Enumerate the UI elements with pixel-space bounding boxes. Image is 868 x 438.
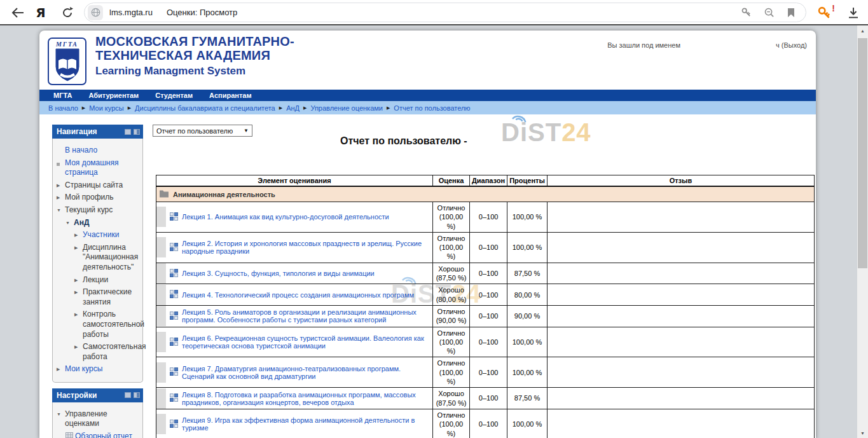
site-header: МГТА МОСКОВСКАЯ ГУМАНИТАРНО- ТЕХНИЧЕСКАЯ… xyxy=(39,31,816,90)
sidebar-item[interactable]: ▶Дисциплина "Анимационная деятельность" xyxy=(57,243,140,273)
grade-row: Лекция 9. Игра как эффективная форма ани… xyxy=(156,409,815,438)
grade-row: Лекция 7. Драматургия анимационно-театра… xyxy=(156,357,815,388)
grade-item-link[interactable]: Лекция 8. Подготовка и разработка анимац… xyxy=(182,391,429,406)
collapse-block-icon[interactable] xyxy=(125,129,131,135)
category-row: Анимационная деятельность xyxy=(156,186,815,202)
column-header: Оценка xyxy=(433,175,470,187)
sidebar-item[interactable]: ▼АнД xyxy=(57,218,140,228)
breadcrumb-item[interactable]: В начало xyxy=(48,104,78,112)
navbar-item[interactable]: Аспирантам xyxy=(209,92,251,99)
lesson-icon xyxy=(170,311,178,321)
navbar-item[interactable]: Абитуриентам xyxy=(88,92,139,99)
indent-cell xyxy=(156,285,166,305)
grade-item-link[interactable]: Лекция 6. Рекреационная сущность туристс… xyxy=(182,334,429,350)
tree-bullet-icon xyxy=(57,158,65,166)
refresh-icon[interactable] xyxy=(60,5,75,20)
tree-collapsed-icon: ▶ xyxy=(57,181,65,188)
sidebar-item[interactable]: ▼Управление оценками xyxy=(57,409,140,429)
sidebar-item[interactable]: ▶Лекции xyxy=(57,275,140,285)
grade-item-link[interactable]: Лекция 2. История и хронология массовых … xyxy=(182,240,429,255)
grade-cell: Хорошо(87,50 %) xyxy=(433,263,470,284)
scrollbar-thumb[interactable] xyxy=(858,38,867,268)
grade-item-link[interactable]: Лекция 9. Игра как эффективная форма ани… xyxy=(182,416,429,432)
report-type-select[interactable]: Отчет по пользователю▼ xyxy=(153,125,252,137)
navbar-item[interactable]: Студентам xyxy=(155,92,193,99)
sidebar-item[interactable]: Обзорный отчет xyxy=(57,432,140,438)
settings-block-header: Настройки xyxy=(52,388,143,402)
sidebar-item[interactable]: ▶Контроль самостоятельной работы xyxy=(57,310,140,339)
dock-block-icon[interactable] xyxy=(134,392,140,398)
sidebar-item-label: Текущий курс xyxy=(65,205,113,216)
breadcrumb-separator-icon: ▶ xyxy=(128,106,131,111)
sidebar-item[interactable]: ▶Самостоятельная работа xyxy=(57,342,140,362)
grade-cell: Отлично(100,00 %) xyxy=(433,409,470,438)
sidebar-item[interactable]: ▶Страницы сайта xyxy=(57,181,140,191)
breadcrumb-item[interactable]: Отчет по пользователю xyxy=(394,104,470,112)
download-icon[interactable] xyxy=(848,7,859,19)
sidebar-item[interactable]: Моя домашняя страница xyxy=(57,158,140,178)
percent-cell: 100,00 % xyxy=(507,409,548,438)
yandex-browser-icon[interactable]: Я xyxy=(33,5,48,20)
url-text[interactable]: lms.mgta.ru xyxy=(109,8,153,17)
grade-cell: Отлично(100,00 %) xyxy=(433,232,470,263)
breadcrumb-separator-icon: ▶ xyxy=(279,106,282,111)
grade-report-table: Элемент оцениванияОценкаДиапазонПроценты… xyxy=(156,175,815,438)
back-icon[interactable] xyxy=(10,5,25,20)
scroll-down-icon[interactable]: ▼ xyxy=(857,428,868,438)
grade-item-link[interactable]: Лекция 7. Драматургия анимационно-театра… xyxy=(182,365,429,380)
table-header-row: Элемент оцениванияОценкаДиапазонПроценты… xyxy=(156,175,815,187)
page-background: МГТА МОСКОВСКАЯ ГУМАНИТАРНО- ТЕХНИЧЕСКАЯ… xyxy=(0,25,868,438)
grade-item-link[interactable]: Лекция 4. Технологический процесс создан… xyxy=(182,291,414,299)
grade-row: Лекция 4. Технологический процесс создан… xyxy=(156,284,815,306)
feedback-cell xyxy=(547,357,814,388)
scroll-up-icon[interactable]: ▲ xyxy=(857,25,868,36)
percent-cell: 90,00 % xyxy=(507,305,548,327)
site-card: МГТА МОСКОВСКАЯ ГУМАНИТАРНО- ТЕХНИЧЕСКАЯ… xyxy=(39,31,816,438)
grade-item-link[interactable]: Лекция 5. Роль аниматоров в организации … xyxy=(182,308,429,324)
tree-spacer xyxy=(57,146,65,147)
sidebar-item[interactable]: ▶Мои курсы xyxy=(57,364,140,374)
lesson-icon xyxy=(170,338,178,347)
tree-collapsed-icon: ▶ xyxy=(74,310,83,317)
tree-expanded-icon: ▼ xyxy=(57,205,65,213)
grade-item-link[interactable]: Лекция 1. Анимация как вид культурно-дос… xyxy=(182,213,389,221)
sidebar-item[interactable]: ▶Участники xyxy=(57,230,140,240)
collapse-block-icon[interactable] xyxy=(125,392,131,398)
breadcrumb-item[interactable]: Управление оценками xyxy=(310,104,383,112)
sidebar-item-label: Моя домашняя страница xyxy=(65,158,140,178)
lesson-icon xyxy=(170,394,178,403)
sidebar-item[interactable]: ▶Практические занятия xyxy=(57,287,140,307)
percent-cell: 100,00 % xyxy=(507,202,548,233)
sidebar-item-label: Обзорный отчет xyxy=(75,432,132,438)
password-alert-icon[interactable]: ! xyxy=(817,6,831,20)
range-cell: 0–100 xyxy=(470,327,507,357)
navbar-item[interactable]: МГТА xyxy=(53,92,72,99)
sidebar-item[interactable]: В начало xyxy=(57,146,140,156)
sidebar-item-label: АнД xyxy=(74,218,89,228)
breadcrumb-item[interactable]: Дисциплины бакалавриата и специалитета xyxy=(135,104,275,112)
column-header: Диапазон xyxy=(470,175,507,187)
tree-collapsed-icon: ▶ xyxy=(74,275,83,283)
sidebar-item[interactable]: ▼Текущий курс xyxy=(57,205,140,216)
password-key-icon[interactable] xyxy=(741,7,752,18)
grade-row: Лекция 2. История и хронология массовых … xyxy=(156,232,815,263)
lesson-icon xyxy=(170,243,178,252)
grade-row: Лекция 6. Рекреационная сущность туристс… xyxy=(156,327,815,357)
grade-item-link[interactable]: Лекция 3. Сущность, функция, типология и… xyxy=(182,270,375,277)
dock-block-icon[interactable] xyxy=(134,129,140,135)
breadcrumb-item[interactable]: Мои курсы xyxy=(89,104,123,112)
address-bar[interactable]: lms.mgta.ru Оценки: Просмотр xyxy=(84,3,806,22)
search-page-icon[interactable] xyxy=(764,7,775,18)
logout-link[interactable]: ч (Выход) xyxy=(776,41,807,49)
lesson-icon xyxy=(170,290,178,299)
percent-cell: 87,50 % xyxy=(507,263,548,284)
vertical-scrollbar[interactable]: ▲ ▼ xyxy=(857,25,868,438)
bookmark-icon[interactable] xyxy=(787,8,796,18)
breadcrumb-item[interactable]: АнД xyxy=(286,104,300,112)
percent-cell: 100,00 % xyxy=(507,327,548,357)
tree-collapsed-icon: ▶ xyxy=(74,342,83,350)
feedback-cell xyxy=(547,284,814,306)
browser-toolbar: Я lms.mgta.ru Оценки: Просмотр ! xyxy=(0,0,868,25)
sidebar-item[interactable]: ▶Мой профиль xyxy=(57,193,140,203)
feedback-cell xyxy=(547,409,814,438)
